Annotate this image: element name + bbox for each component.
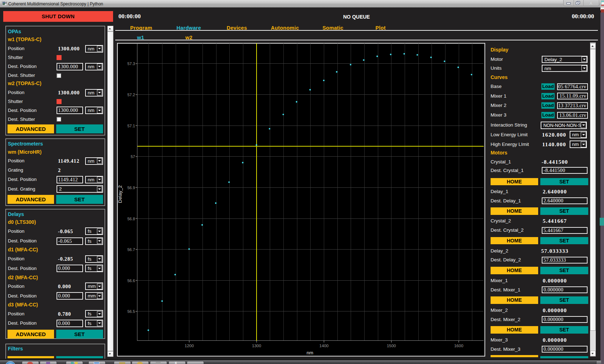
svg-text:57.3: 57.3 (127, 62, 135, 66)
svg-text:56.7: 56.7 (127, 247, 135, 252)
svg-text:57.2: 57.2 (127, 93, 135, 97)
svg-text:1200: 1200 (185, 344, 194, 348)
svg-text:57: 57 (131, 154, 135, 159)
svg-text:1300: 1300 (252, 344, 261, 348)
svg-text:1400: 1400 (319, 344, 328, 348)
svg-text:nm: nm (306, 350, 313, 355)
svg-text:56.5: 56.5 (127, 309, 135, 314)
svg-text:57.1: 57.1 (127, 124, 135, 128)
svg-text:1600: 1600 (454, 344, 463, 348)
svg-text:Delay_2: Delay_2 (118, 185, 123, 203)
svg-text:1500: 1500 (386, 344, 396, 348)
svg-text:56.8: 56.8 (127, 217, 135, 221)
svg-text:56.6: 56.6 (127, 279, 135, 283)
svg-text:56.9: 56.9 (127, 186, 135, 190)
